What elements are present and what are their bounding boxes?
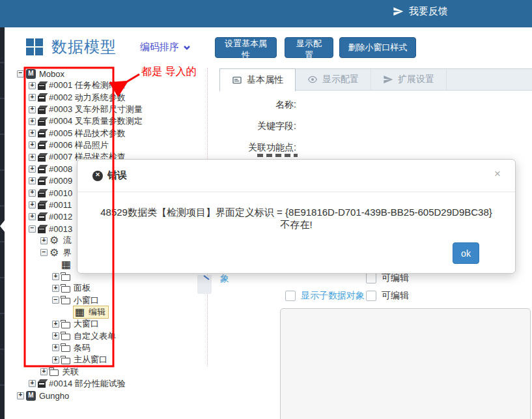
tree-row[interactable]: 条码 — [17, 342, 209, 354]
tab-label: 基本属性 — [247, 74, 283, 86]
cube-icon — [38, 227, 46, 233]
delete-small-window-style-button[interactable]: 删除小窗口样式 — [339, 37, 416, 58]
expand-icon[interactable] — [29, 82, 36, 89]
tree-row[interactable]: #0001 任务检测结果 — [17, 79, 209, 91]
cube-icon — [38, 167, 46, 173]
plane-icon — [383, 74, 393, 85]
error-dialog: 错误 × 48529数据类【检测项目】界面定义标识 = {8E91816D-D7… — [77, 159, 516, 274]
chevron-down-icon — [183, 44, 191, 51]
tree-row[interactable]: #0004 叉车质量参数测定 — [17, 115, 209, 127]
tree-row[interactable]: #0003 叉车外部尺寸测量 — [17, 104, 209, 115]
expand-icon[interactable] — [29, 141, 36, 149]
empty-content-box — [280, 308, 531, 419]
collapse-icon[interactable] — [40, 249, 48, 256]
logo-icon — [26, 391, 36, 401]
tree-row[interactable]: 自定义表单 — [17, 330, 209, 342]
display-config-button[interactable]: 显示配置 — [285, 37, 333, 58]
paper-plane-icon — [393, 6, 404, 17]
expand-icon[interactable] — [40, 237, 48, 244]
tree-item-label: 主从窗口 — [72, 354, 109, 366]
tree-item-label: 面板 — [72, 282, 92, 294]
related-function-point-label: 关联功能点: — [218, 142, 296, 154]
eye-icon — [307, 74, 318, 85]
editable-label-2: 可编辑 — [382, 290, 409, 302]
set-basic-properties-button[interactable]: 设置基本属性 — [215, 37, 277, 58]
collapse-icon[interactable] — [52, 296, 59, 304]
error-circle-icon — [92, 171, 103, 181]
expand-icon[interactable] — [29, 177, 36, 184]
tree-item-label: #0013 — [48, 224, 74, 234]
expand-icon[interactable] — [52, 356, 59, 364]
tree-row[interactable]: Mobox — [17, 68, 209, 79]
cube-icon — [38, 132, 46, 137]
expand-icon[interactable] — [29, 166, 36, 173]
tab-label: 显示配置 — [322, 74, 359, 85]
tree-item-label: #0012 — [48, 212, 74, 222]
tree-item-label: #0006 样品照片 — [48, 139, 110, 151]
tree-row[interactable]: 小窗口 — [17, 295, 209, 306]
folder-icon — [61, 322, 70, 328]
tree-row[interactable]: #0005 样品技术参数 — [17, 127, 209, 139]
cube-icon — [38, 179, 46, 185]
expand-icon[interactable] — [52, 321, 59, 328]
editable-checkbox-1[interactable] — [366, 273, 376, 283]
expand-icon[interactable] — [29, 213, 36, 220]
tab-extended-settings[interactable]: 扩展设置 — [371, 69, 447, 90]
tree-row[interactable]: 大窗口 — [17, 318, 209, 330]
ok-button[interactable]: ok — [453, 242, 479, 264]
expand-icon[interactable] — [29, 94, 36, 101]
tree-item-label: 流 — [62, 235, 73, 246]
table-icon — [61, 259, 72, 270]
sort-order-dropdown[interactable]: 编码排序 — [140, 41, 191, 53]
page-title: 数据模型 — [26, 36, 117, 57]
expand-icon[interactable] — [17, 392, 24, 399]
tree-row[interactable]: #0002 动力系统参数 — [17, 92, 209, 104]
chevron-left-icon[interactable] — [0, 220, 5, 233]
expand-icon[interactable] — [29, 190, 36, 197]
cube-icon — [38, 120, 46, 126]
expand-icon[interactable] — [40, 368, 48, 375]
collapsed-sidebar-strip[interactable] — [0, 27, 5, 419]
expand-icon[interactable] — [29, 118, 36, 125]
tree-row[interactable]: 面板 — [17, 282, 209, 294]
tab-display-config[interactable]: 显示配置 — [296, 69, 371, 90]
grid-icon — [26, 38, 43, 55]
feedback-button[interactable]: 我要反馈 — [393, 5, 448, 18]
tree-item-label: #0004 叉车质量参数测定 — [48, 115, 144, 127]
expand-icon[interactable] — [29, 380, 36, 387]
expand-icon[interactable] — [52, 332, 59, 340]
close-icon[interactable]: × — [494, 167, 501, 181]
cube-icon — [38, 156, 46, 162]
tree-row[interactable]: 关联 — [17, 366, 209, 377]
folder-icon — [49, 369, 59, 376]
tree-item-label: #0011 — [48, 200, 73, 210]
tree-item-label: Mobox — [38, 69, 66, 79]
show-child-data-object-checkbox[interactable] — [285, 291, 296, 301]
expand-icon[interactable] — [52, 344, 59, 351]
folder-icon — [61, 286, 70, 293]
expand-icon[interactable] — [29, 201, 36, 209]
folder-icon — [61, 274, 70, 281]
feedback-label: 我要反馈 — [409, 5, 448, 18]
selected-tree-item[interactable]: 编辑 — [73, 306, 109, 319]
expand-icon[interactable] — [29, 106, 36, 113]
tree-item-label: Gungho — [38, 391, 70, 401]
gear-icon — [49, 248, 60, 258]
tree-row[interactable]: 编辑 — [17, 306, 209, 318]
tree-item-label: #0003 叉车外部尺寸测量 — [48, 104, 144, 115]
collapse-icon[interactable] — [29, 225, 36, 233]
tree-item-label: #0014 部分性能试验 — [48, 378, 127, 390]
tree-item-label: #0001 任务检测结果 — [48, 79, 127, 91]
expand-icon[interactable] — [29, 154, 36, 161]
tree-row[interactable]: #0014 部分性能试验 — [17, 378, 209, 390]
expand-icon[interactable] — [52, 285, 59, 292]
expand-icon[interactable] — [52, 273, 59, 280]
tree-row[interactable]: 主从窗口 — [17, 354, 209, 366]
expand-icon[interactable] — [29, 130, 36, 137]
cube-icon — [38, 215, 46, 221]
tree-row[interactable]: Gungho — [17, 390, 209, 401]
tree-row[interactable]: #0006 样品照片 — [17, 139, 209, 151]
editable-checkbox-2[interactable] — [366, 291, 376, 301]
tab-basic-properties[interactable]: 基本属性 — [219, 68, 296, 91]
collapse-icon[interactable] — [17, 70, 24, 78]
